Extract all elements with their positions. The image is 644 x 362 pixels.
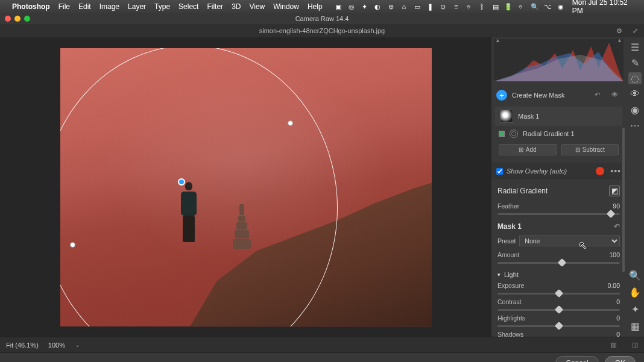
highlights-slider[interactable] bbox=[497, 325, 620, 327]
sampler-tool-icon[interactable]: ✦ bbox=[628, 303, 642, 315]
status-icon[interactable]: ⊕ bbox=[385, 1, 396, 12]
status-icon[interactable]: ✦ bbox=[359, 1, 370, 12]
menu-file[interactable]: File bbox=[58, 2, 70, 11]
canvas-area[interactable] bbox=[0, 37, 491, 337]
bluetooth-icon[interactable]: ᛒ bbox=[477, 1, 488, 12]
wifi-icon[interactable]: ᯤ bbox=[516, 1, 527, 12]
radial-center-handle[interactable] bbox=[178, 178, 185, 186]
menu-image[interactable]: Image bbox=[99, 2, 119, 11]
subtract-button[interactable]: ⊟Subtract bbox=[561, 144, 619, 155]
exposure-value[interactable] bbox=[602, 282, 620, 289]
menu-select[interactable]: Select bbox=[178, 2, 198, 11]
masking-tool-icon[interactable]: ◌ bbox=[628, 72, 642, 84]
histogram[interactable]: ▲ ▲ bbox=[494, 39, 623, 81]
create-mask-label[interactable]: Create New Mask bbox=[512, 92, 587, 99]
control-center-icon[interactable]: ⌥ bbox=[542, 1, 553, 12]
clip-warning-left-icon[interactable]: ▲ bbox=[495, 37, 500, 43]
adjustments-sidebar: ▲ ▲ + Create New Mask ↶ 👁 Mask 1 Radial … bbox=[491, 37, 626, 337]
status-icon[interactable]: ⊙ bbox=[438, 1, 449, 12]
status-icon[interactable]: ◐ bbox=[373, 1, 384, 12]
highlights-value[interactable] bbox=[602, 314, 620, 322]
menu-filter[interactable]: Filter bbox=[207, 2, 223, 11]
feather-slider-row: Feather bbox=[491, 200, 626, 216]
status-icon[interactable]: ⌂ bbox=[399, 1, 409, 12]
radial-handle[interactable] bbox=[288, 120, 293, 126]
overlay-label: Show Overlay (auto) bbox=[507, 167, 592, 175]
gradient-item[interactable]: Radial Gradient 1 bbox=[491, 127, 626, 140]
menu-edit[interactable]: Edit bbox=[78, 2, 91, 11]
file-titlebar: simon-english-48nerZQCHgo-unsplash.jpg ⚙… bbox=[0, 24, 644, 37]
exposure-slider[interactable] bbox=[497, 293, 620, 295]
eye-tool-icon[interactable]: 👁 bbox=[628, 88, 642, 100]
grid-tool-icon[interactable]: ▦ bbox=[628, 320, 642, 332]
feather-label: Feather bbox=[497, 202, 519, 210]
redeye-tool-icon[interactable]: ◉ bbox=[628, 104, 642, 116]
undo-icon[interactable]: ↶ bbox=[595, 91, 604, 99]
menu-window[interactable]: Window bbox=[273, 2, 299, 11]
radial-gradient-header: Radial Gradient ◩ bbox=[491, 179, 626, 200]
shadows-label: Shadows bbox=[497, 331, 523, 337]
overlay-color-swatch[interactable] bbox=[596, 167, 604, 175]
feather-value[interactable] bbox=[602, 202, 620, 210]
minimize-button[interactable] bbox=[14, 16, 21, 22]
status-icon[interactable]: ▭ bbox=[412, 1, 423, 12]
zoom-value[interactable]: 100% bbox=[48, 342, 65, 349]
maximize-button[interactable] bbox=[24, 16, 30, 22]
cancel-button[interactable]: Cancel bbox=[555, 356, 598, 363]
toolstrip: ☰ ✎ ◌ 👁 ◉ ⋯ 🔍 ✋ ✦ ▦ bbox=[626, 37, 644, 337]
contrast-slider[interactable] bbox=[497, 309, 620, 311]
more-tool-icon[interactable]: ⋯ bbox=[628, 119, 642, 131]
spotlight-icon[interactable]: 🔍 bbox=[529, 1, 540, 12]
compare-icon[interactable]: ◫ bbox=[632, 341, 638, 349]
ok-button[interactable]: OK bbox=[605, 356, 636, 363]
status-icon[interactable]: ❚ bbox=[425, 1, 435, 12]
invert-icon[interactable]: ◩ bbox=[609, 186, 620, 196]
zoom-tool-icon[interactable]: 🔍 bbox=[628, 269, 642, 281]
menu-help[interactable]: Help bbox=[308, 2, 323, 11]
siri-icon[interactable]: ◉ bbox=[555, 1, 566, 12]
status-icon[interactable]: ◎ bbox=[346, 1, 357, 12]
app-name[interactable]: Photoshop bbox=[12, 2, 50, 11]
light-group-header[interactable]: ▾ Light bbox=[491, 265, 626, 279]
gear-icon[interactable]: ⚙ bbox=[616, 27, 622, 35]
edit-tool-icon[interactable]: ☰ bbox=[628, 41, 642, 53]
window-titlebar: Camera Raw 14.4 bbox=[0, 13, 644, 24]
status-icon[interactable]: ▣ bbox=[333, 1, 344, 12]
menu-view[interactable]: View bbox=[249, 2, 265, 11]
visibility-checkbox[interactable] bbox=[499, 131, 505, 137]
eye-icon[interactable]: 👁 bbox=[611, 91, 621, 99]
amount-slider[interactable] bbox=[497, 262, 620, 264]
menu-type[interactable]: Type bbox=[154, 2, 170, 11]
fullscreen-icon[interactable]: ⤢ bbox=[633, 27, 638, 35]
filmstrip-icon[interactable]: ▥ bbox=[610, 341, 616, 349]
clip-warning-right-icon[interactable]: ▲ bbox=[617, 37, 622, 43]
hand-tool-icon[interactable]: ✋ bbox=[628, 286, 642, 298]
overlay-row: Show Overlay (auto) ••• bbox=[491, 163, 626, 179]
radial-handle[interactable] bbox=[70, 242, 75, 248]
feather-slider[interactable] bbox=[497, 213, 620, 215]
amount-label: Amount bbox=[497, 251, 519, 258]
status-bar: Fit (46.1%) 100% ⌄ ▥ ◫ bbox=[0, 337, 644, 352]
create-mask-plus-icon[interactable]: + bbox=[496, 90, 507, 101]
fit-zoom-label[interactable]: Fit (46.1%) bbox=[6, 342, 39, 349]
reset-icon[interactable]: ↶ bbox=[614, 222, 620, 231]
add-button[interactable]: ⊞Add bbox=[499, 144, 557, 155]
status-icon[interactable]: ≡ bbox=[451, 1, 462, 12]
zoom-dropdown-icon[interactable]: ⌄ bbox=[75, 341, 80, 349]
status-icon[interactable]: ▤ bbox=[490, 1, 501, 12]
menu-3d[interactable]: 3D bbox=[232, 2, 241, 11]
close-button[interactable] bbox=[5, 16, 11, 22]
mask-item[interactable]: Mask 1 bbox=[495, 107, 622, 126]
panel-scrollbar[interactable] bbox=[622, 128, 625, 272]
overlay-menu-icon[interactable]: ••• bbox=[610, 166, 621, 176]
status-icon[interactable]: ᯤ bbox=[464, 1, 475, 12]
show-overlay-checkbox[interactable] bbox=[496, 168, 503, 175]
contrast-value[interactable] bbox=[602, 298, 620, 305]
battery-icon[interactable]: 🔋 bbox=[503, 1, 514, 12]
menu-layer[interactable]: Layer bbox=[128, 2, 146, 11]
preset-select[interactable]: None bbox=[519, 236, 620, 246]
image-preview[interactable] bbox=[60, 48, 432, 326]
crop-tool-icon[interactable]: ✎ bbox=[628, 57, 642, 69]
amount-value[interactable] bbox=[602, 251, 620, 258]
shadows-value[interactable] bbox=[602, 331, 620, 337]
